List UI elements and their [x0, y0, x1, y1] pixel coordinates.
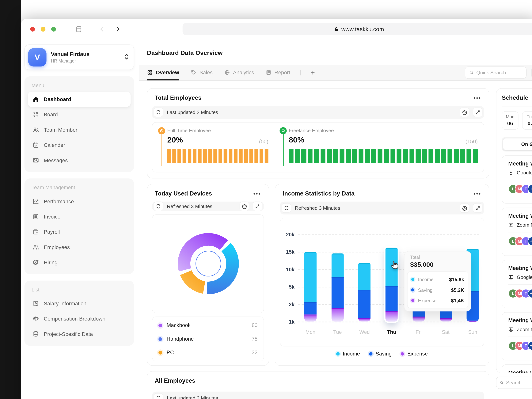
filter-ongoing-button[interactable]: On G: [503, 139, 532, 150]
meeting-title: Meeting W: [508, 161, 532, 167]
close-window-button[interactable]: [30, 27, 35, 32]
employees-search-input[interactable]: [506, 380, 532, 386]
refresh-button[interactable]: [154, 202, 163, 211]
sidebar-item-invoice[interactable]: Invoice: [28, 209, 131, 224]
tooltip-row-expense: Expense $1,4K: [411, 295, 464, 306]
meeting-avatars: LMT+2: [508, 184, 532, 194]
sidebar-item-dashboard[interactable]: Dashboard: [28, 92, 131, 107]
chevron-up-down-icon: [124, 53, 129, 60]
employees-search[interactable]: [496, 377, 532, 389]
income-dot: [411, 278, 414, 281]
add-tab-button[interactable]: +: [311, 68, 315, 76]
zoom-window-button[interactable]: [51, 27, 56, 32]
tab-overview[interactable]: Overview: [147, 65, 179, 80]
income-bar-mon[interactable]: [304, 252, 317, 322]
date-chip-tue[interactable]: Tue 07: [522, 111, 532, 130]
video-meeting-icon: [508, 275, 514, 280]
sidebar-item-label: Calender: [44, 142, 65, 148]
avatar: V: [28, 48, 46, 66]
meeting-card-2[interactable]: Meeting W Zoom Mee LMT+2: [502, 208, 532, 256]
meeting-card-5[interactable]: Meeting w: [502, 364, 532, 373]
quick-search[interactable]: [465, 66, 526, 78]
meeting-card-3[interactable]: Meeting W Google Me LMT+2: [502, 260, 532, 308]
date-chip-mon[interactable]: Mon 06: [502, 111, 519, 130]
meeting-platform: Google Me: [517, 170, 532, 176]
screen: www.taskku.com V Vanuel Firdaus HR Manag…: [0, 0, 532, 399]
stat-count: (50): [259, 139, 268, 145]
updated-text: Last updated 2 Minutes: [167, 395, 218, 399]
refresh-icon: [156, 204, 161, 209]
lock-icon: [334, 27, 339, 32]
scales-icon: [32, 316, 39, 322]
meeting-title: Meeting W: [508, 317, 532, 323]
x-tick-label: Mon: [300, 329, 321, 335]
address-bar[interactable]: www.taskku.com: [183, 23, 532, 35]
card-menu-button[interactable]: •••: [474, 95, 481, 101]
saving-dot: [411, 288, 414, 291]
tab-overview-icon[interactable]: [75, 25, 82, 33]
sidebar-item-salary-information[interactable]: Salary Information: [28, 296, 131, 311]
devices-card: Today Used Devices ••• Refreshed 3 Minut…: [147, 184, 269, 366]
meeting-card-1[interactable]: Meeting W Google Me LMT+2: [502, 155, 532, 204]
income-bar-tue[interactable]: [331, 253, 343, 322]
expand-button[interactable]: [473, 108, 482, 117]
meeting-title: Meeting W: [508, 213, 532, 219]
sidebar-item-messages[interactable]: Messages: [28, 153, 131, 168]
refresh-button[interactable]: [154, 393, 163, 399]
quick-search-input[interactable]: [476, 70, 522, 75]
browser-tabs-icon: [75, 25, 82, 33]
tab-bar: Overview Sales Analytics Report: [139, 65, 532, 81]
sidebar-item-project-spesific-data[interactable]: Project-Spesific Data: [28, 326, 131, 342]
sidebar-item-team-member[interactable]: Team Member: [28, 122, 131, 137]
page-title: Dashboard Data Overview: [147, 50, 532, 57]
profile-switcher-button[interactable]: [124, 53, 129, 61]
tooltip-total: $35.000: [410, 261, 468, 268]
freelance-bars: [289, 149, 478, 163]
tab-sales[interactable]: Sales: [190, 65, 213, 80]
sidebar-item-payroll[interactable]: Payroll: [28, 224, 131, 239]
card-menu-button[interactable]: •••: [253, 191, 261, 196]
meeting-card-4[interactable]: Meeting W Zoom Mee LMT+2: [502, 312, 532, 361]
sidebar-item-employees[interactable]: Employees: [28, 240, 131, 255]
forward-button[interactable]: [115, 26, 121, 32]
trending-up-icon: [32, 198, 39, 205]
sidebar-item-performance[interactable]: Performance: [28, 194, 131, 209]
gridline: [298, 322, 479, 323]
x-tick-label: Wed: [354, 329, 375, 335]
sidebar-item-compensation-breakdown[interactable]: Compensation Breakdown: [28, 311, 131, 326]
laptop-icon: [279, 127, 287, 134]
settings-button[interactable]: [240, 202, 249, 211]
legend-row-mackbook: Mackbook 80: [158, 319, 257, 332]
section-label: Team Management: [32, 184, 131, 190]
refresh-button[interactable]: [282, 203, 291, 213]
back-button[interactable]: [99, 26, 105, 32]
sidebar-item-board[interactable]: Board: [28, 107, 131, 122]
tab-analytics[interactable]: Analytics: [224, 65, 254, 80]
y-tick-label: 1k: [280, 319, 294, 324]
x-tick-label: Sat: [435, 329, 456, 335]
x-tick-label: Tue: [327, 329, 348, 335]
profile-card[interactable]: V Vanuel Firdaus HR Manager: [25, 44, 134, 70]
sidebar-item-calender[interactable]: Calender: [28, 137, 131, 152]
hand-cursor-icon: [390, 260, 400, 270]
refresh-button[interactable]: [154, 108, 163, 117]
income-bar-thu[interactable]: [386, 247, 398, 322]
minimize-window-button[interactable]: [41, 27, 45, 32]
refresh-icon: [156, 396, 161, 399]
income-bar-wed[interactable]: [358, 263, 370, 322]
tab-report[interactable]: Report: [266, 65, 290, 80]
card-menu-button[interactable]: •••: [474, 191, 481, 196]
toolbar-extra-button[interactable]: [531, 66, 532, 78]
calendar-icon: [32, 142, 39, 148]
chart-tooltip: Total $35.000 Income $15,8k: [404, 251, 471, 311]
settings-button[interactable]: [460, 108, 469, 117]
tab-label: Sales: [200, 69, 213, 76]
schedule-title: Schedule: [502, 94, 532, 101]
sidebar-item-hiring[interactable]: Hiring: [28, 255, 131, 270]
sidebar-item-label: Project-Spesific Data: [44, 331, 93, 337]
search-icon: [500, 380, 504, 385]
settings-button[interactable]: [460, 203, 469, 213]
expand-button[interactable]: [253, 202, 262, 211]
invoice-icon: [32, 213, 39, 220]
expand-button[interactable]: [473, 203, 482, 213]
